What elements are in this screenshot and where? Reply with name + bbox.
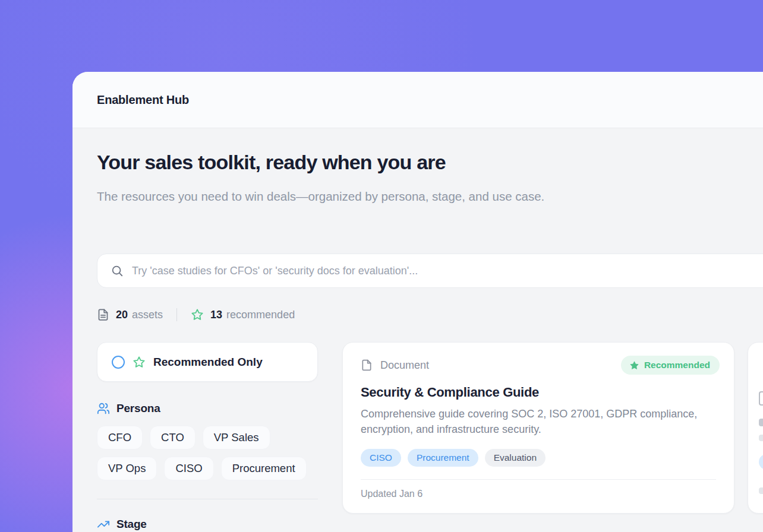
- card-tag-stub: [759, 454, 763, 470]
- radio-circle[interactable]: [112, 356, 125, 369]
- recommended-badge: Recommended: [621, 356, 720, 375]
- stats-divider: [176, 308, 177, 321]
- star-filled-icon: [629, 360, 639, 370]
- stage-section-header: Stage: [97, 518, 318, 531]
- page-title: Your sales toolkit, ready when you are: [97, 151, 446, 174]
- filters-divider: [97, 499, 318, 499]
- file-icon: [759, 391, 763, 406]
- asset-cards: Document Recommended Security & Complian…: [342, 342, 763, 514]
- card-title-stub: [759, 419, 763, 426]
- persona-section-header: Persona: [97, 402, 318, 415]
- star-icon: [191, 308, 204, 321]
- persona-chip[interactable]: Procurement: [221, 457, 307, 480]
- persona-chips: CFOCTOVP SalesVP OpsCISOProcurement: [97, 426, 318, 480]
- screen: Enablement Hub Your sales toolkit, ready…: [0, 0, 763, 532]
- card-type-label: Document: [380, 359, 429, 372]
- persona-chip[interactable]: VP Ops: [97, 457, 157, 480]
- assets-count: 20: [116, 309, 128, 321]
- card-description: Comprehensive guide covering SOC 2, ISO …: [361, 407, 717, 437]
- search-icon: [111, 264, 124, 277]
- card-description-stub: [759, 435, 763, 441]
- app-title: Enablement Hub: [97, 93, 189, 107]
- persona-label: Persona: [116, 402, 160, 415]
- users-icon: [97, 402, 110, 415]
- persona-chip[interactable]: CISO: [164, 457, 213, 480]
- card-title: Security & Compliance Guide: [361, 385, 716, 400]
- asset-card-partial[interactable]: [748, 342, 763, 514]
- panel-header: Enablement Hub: [72, 72, 763, 128]
- recommended-label: recommended: [226, 309, 295, 321]
- page-subtitle: The resources you need to win deals—orga…: [97, 185, 584, 207]
- stage-label: Stage: [116, 518, 147, 531]
- enablement-hub-panel: Enablement Hub Your sales toolkit, ready…: [72, 72, 763, 532]
- main-row: Recommended Only Persona CFOCTOVP: [72, 342, 763, 532]
- search-input[interactable]: [132, 265, 763, 277]
- assets-label: assets: [132, 309, 163, 321]
- panel-content: Your sales toolkit, ready when you are T…: [72, 128, 763, 532]
- persona-chip[interactable]: CFO: [97, 426, 143, 449]
- file-icon: [361, 358, 373, 372]
- recommended-only-toggle[interactable]: Recommended Only: [97, 342, 318, 382]
- card-tag[interactable]: CISO: [361, 449, 401, 467]
- card-tags: CISOProcurementEvaluation: [361, 449, 716, 467]
- card-divider: [361, 479, 716, 480]
- file-text-icon: [97, 308, 109, 322]
- asset-card-security-compliance-guide[interactable]: Document Recommended Security & Complian…: [342, 342, 734, 514]
- card-tag[interactable]: Evaluation: [485, 449, 546, 467]
- stats-row: 20 assets 13 recommended: [97, 307, 295, 322]
- persona-chip[interactable]: VP Sales: [203, 426, 270, 449]
- recommended-badge-label: Recommended: [644, 360, 710, 370]
- recommended-count: 13: [210, 309, 222, 321]
- trending-up-icon: [97, 518, 110, 531]
- card-updated: Updated Jan 6: [361, 489, 716, 499]
- card-tag[interactable]: Procurement: [408, 449, 478, 467]
- search-bar[interactable]: [97, 254, 763, 288]
- card-updated-stub: [759, 487, 763, 494]
- filters-sidebar: Recommended Only Persona CFOCTOVP: [97, 342, 318, 531]
- persona-chip[interactable]: CTO: [150, 426, 196, 449]
- recommended-only-label: Recommended Only: [153, 356, 263, 369]
- star-icon: [133, 356, 146, 369]
